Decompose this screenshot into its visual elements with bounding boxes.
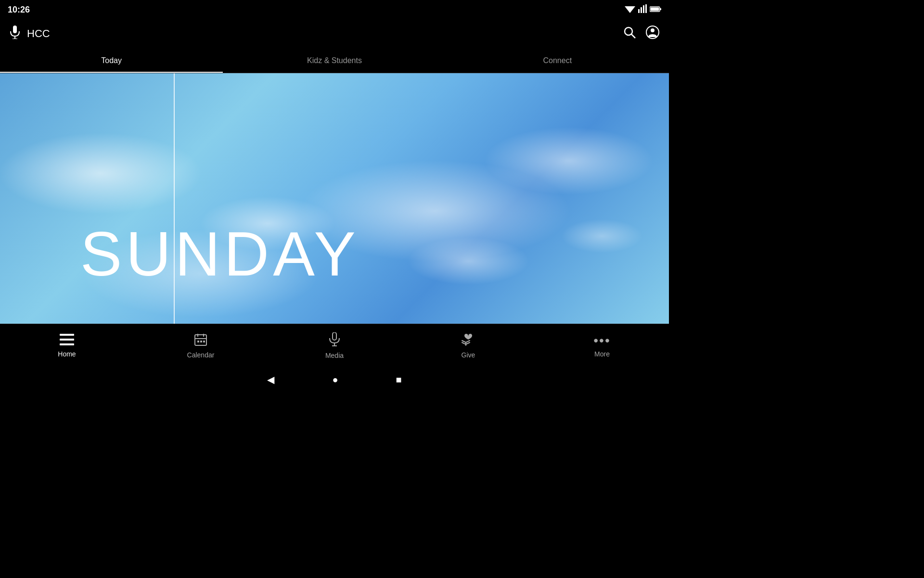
mic-icon[interactable] bbox=[10, 26, 20, 42]
svg-rect-24 bbox=[200, 341, 202, 342]
signal-icon bbox=[638, 4, 647, 15]
hero-text: SUNDAY bbox=[80, 223, 636, 285]
svg-rect-8 bbox=[13, 26, 17, 33]
media-icon bbox=[328, 332, 341, 349]
svg-rect-18 bbox=[63, 336, 74, 338]
battery-icon bbox=[650, 5, 661, 15]
more-icon: ••• bbox=[593, 334, 610, 347]
svg-rect-16 bbox=[60, 339, 74, 341]
app-bar-left: HCC bbox=[10, 26, 50, 42]
nav-more-label: More bbox=[594, 350, 610, 358]
status-icons bbox=[625, 4, 661, 15]
account-icon[interactable] bbox=[646, 26, 659, 42]
svg-point-11 bbox=[625, 27, 632, 35]
tab-today[interactable]: Today bbox=[0, 48, 223, 73]
svg-point-14 bbox=[651, 28, 654, 32]
svg-rect-6 bbox=[660, 8, 661, 10]
wifi-icon bbox=[625, 4, 635, 15]
tabs: Today Kidz & Students Connect bbox=[0, 48, 669, 73]
svg-rect-2 bbox=[641, 7, 642, 13]
svg-rect-25 bbox=[203, 341, 205, 342]
svg-rect-3 bbox=[643, 5, 644, 13]
nav-give-label: Give bbox=[462, 351, 475, 359]
app-bar-right bbox=[623, 26, 659, 42]
nav-give[interactable]: Give bbox=[401, 324, 535, 367]
nav-calendar-label: Calendar bbox=[187, 351, 215, 359]
svg-line-12 bbox=[631, 34, 635, 38]
status-bar: 10:26 bbox=[0, 0, 669, 19]
system-nav: ◀ ● ■ bbox=[0, 367, 669, 392]
calendar-icon bbox=[194, 333, 207, 348]
nav-more[interactable]: ••• More bbox=[535, 324, 669, 367]
app-bar: HCC bbox=[0, 19, 669, 48]
svg-rect-4 bbox=[645, 4, 647, 13]
bottom-nav: Home Calendar Media bbox=[0, 324, 669, 367]
svg-rect-19 bbox=[195, 335, 206, 345]
app-title: HCC bbox=[27, 27, 50, 40]
tab-kidz-students[interactable]: Kidz & Students bbox=[223, 48, 446, 73]
svg-rect-17 bbox=[60, 343, 74, 345]
svg-rect-15 bbox=[60, 334, 74, 336]
svg-rect-23 bbox=[197, 341, 199, 342]
svg-rect-26 bbox=[333, 332, 336, 340]
give-icon bbox=[461, 333, 475, 348]
home-icon bbox=[60, 334, 74, 347]
svg-rect-7 bbox=[651, 7, 659, 11]
nav-media[interactable]: Media bbox=[268, 324, 401, 367]
svg-rect-1 bbox=[638, 9, 640, 13]
status-time: 10:26 bbox=[8, 5, 30, 15]
nav-home-label: Home bbox=[58, 350, 76, 358]
tab-connect[interactable]: Connect bbox=[446, 48, 669, 73]
back-button[interactable]: ◀ bbox=[267, 374, 274, 385]
nav-home[interactable]: Home bbox=[0, 324, 134, 367]
svg-marker-0 bbox=[625, 6, 635, 13]
home-button[interactable]: ● bbox=[332, 374, 338, 385]
recents-button[interactable]: ■ bbox=[396, 374, 402, 385]
hero-image: SUNDAY bbox=[0, 73, 669, 324]
nav-calendar[interactable]: Calendar bbox=[134, 324, 268, 367]
nav-media-label: Media bbox=[325, 352, 344, 359]
search-icon[interactable] bbox=[623, 26, 636, 42]
